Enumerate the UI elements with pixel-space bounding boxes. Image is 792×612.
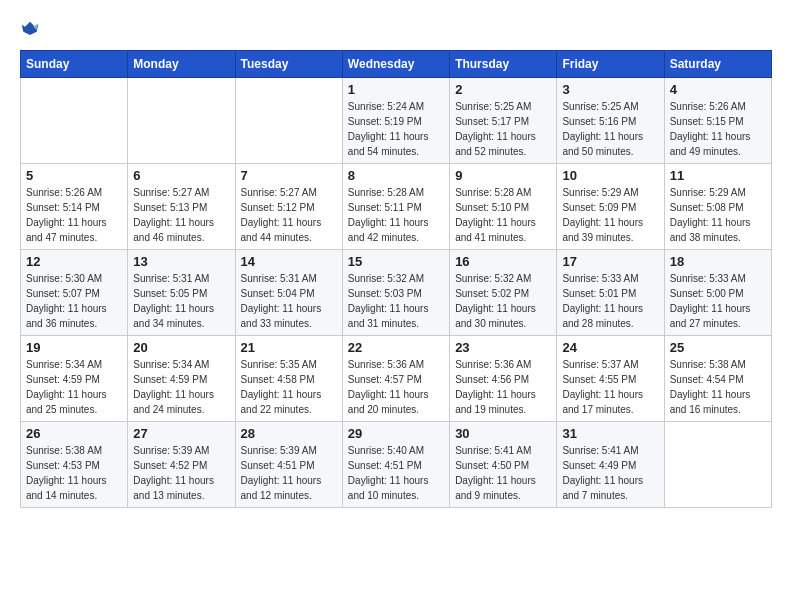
day-number: 26 (26, 426, 122, 441)
day-number: 8 (348, 168, 444, 183)
calendar-cell: 7Sunrise: 5:27 AM Sunset: 5:12 PM Daylig… (235, 164, 342, 250)
calendar-cell (21, 78, 128, 164)
day-number: 21 (241, 340, 337, 355)
day-number: 25 (670, 340, 766, 355)
day-info: Sunrise: 5:29 AM Sunset: 5:09 PM Dayligh… (562, 185, 658, 245)
day-number: 1 (348, 82, 444, 97)
calendar-cell: 31Sunrise: 5:41 AM Sunset: 4:49 PM Dayli… (557, 422, 664, 508)
day-info: Sunrise: 5:25 AM Sunset: 5:17 PM Dayligh… (455, 99, 551, 159)
day-number: 10 (562, 168, 658, 183)
weekday-header-tuesday: Tuesday (235, 51, 342, 78)
calendar-cell: 5Sunrise: 5:26 AM Sunset: 5:14 PM Daylig… (21, 164, 128, 250)
day-number: 6 (133, 168, 229, 183)
day-number: 30 (455, 426, 551, 441)
day-number: 31 (562, 426, 658, 441)
day-number: 7 (241, 168, 337, 183)
day-number: 22 (348, 340, 444, 355)
calendar-cell: 20Sunrise: 5:34 AM Sunset: 4:59 PM Dayli… (128, 336, 235, 422)
day-info: Sunrise: 5:32 AM Sunset: 5:02 PM Dayligh… (455, 271, 551, 331)
calendar-header: SundayMondayTuesdayWednesdayThursdayFrid… (21, 51, 772, 78)
calendar-cell: 18Sunrise: 5:33 AM Sunset: 5:00 PM Dayli… (664, 250, 771, 336)
day-info: Sunrise: 5:34 AM Sunset: 4:59 PM Dayligh… (26, 357, 122, 417)
day-info: Sunrise: 5:39 AM Sunset: 4:52 PM Dayligh… (133, 443, 229, 503)
day-info: Sunrise: 5:33 AM Sunset: 5:00 PM Dayligh… (670, 271, 766, 331)
day-info: Sunrise: 5:31 AM Sunset: 5:05 PM Dayligh… (133, 271, 229, 331)
day-number: 24 (562, 340, 658, 355)
logo (20, 20, 44, 40)
calendar-cell: 15Sunrise: 5:32 AM Sunset: 5:03 PM Dayli… (342, 250, 449, 336)
day-number: 5 (26, 168, 122, 183)
calendar-cell: 23Sunrise: 5:36 AM Sunset: 4:56 PM Dayli… (450, 336, 557, 422)
calendar-cell: 22Sunrise: 5:36 AM Sunset: 4:57 PM Dayli… (342, 336, 449, 422)
day-number: 16 (455, 254, 551, 269)
calendar-week-2: 5Sunrise: 5:26 AM Sunset: 5:14 PM Daylig… (21, 164, 772, 250)
calendar-cell: 3Sunrise: 5:25 AM Sunset: 5:16 PM Daylig… (557, 78, 664, 164)
calendar-cell: 14Sunrise: 5:31 AM Sunset: 5:04 PM Dayli… (235, 250, 342, 336)
calendar-cell: 28Sunrise: 5:39 AM Sunset: 4:51 PM Dayli… (235, 422, 342, 508)
calendar-week-4: 19Sunrise: 5:34 AM Sunset: 4:59 PM Dayli… (21, 336, 772, 422)
day-number: 20 (133, 340, 229, 355)
calendar-cell: 4Sunrise: 5:26 AM Sunset: 5:15 PM Daylig… (664, 78, 771, 164)
calendar-cell: 27Sunrise: 5:39 AM Sunset: 4:52 PM Dayli… (128, 422, 235, 508)
day-number: 11 (670, 168, 766, 183)
calendar-cell (128, 78, 235, 164)
page-header (20, 20, 772, 40)
calendar-cell: 21Sunrise: 5:35 AM Sunset: 4:58 PM Dayli… (235, 336, 342, 422)
calendar-week-3: 12Sunrise: 5:30 AM Sunset: 5:07 PM Dayli… (21, 250, 772, 336)
day-info: Sunrise: 5:29 AM Sunset: 5:08 PM Dayligh… (670, 185, 766, 245)
weekday-header-saturday: Saturday (664, 51, 771, 78)
day-number: 18 (670, 254, 766, 269)
day-info: Sunrise: 5:40 AM Sunset: 4:51 PM Dayligh… (348, 443, 444, 503)
day-number: 29 (348, 426, 444, 441)
day-info: Sunrise: 5:38 AM Sunset: 4:54 PM Dayligh… (670, 357, 766, 417)
weekday-header-monday: Monday (128, 51, 235, 78)
day-info: Sunrise: 5:30 AM Sunset: 5:07 PM Dayligh… (26, 271, 122, 331)
day-info: Sunrise: 5:35 AM Sunset: 4:58 PM Dayligh… (241, 357, 337, 417)
day-info: Sunrise: 5:26 AM Sunset: 5:14 PM Dayligh… (26, 185, 122, 245)
day-info: Sunrise: 5:28 AM Sunset: 5:11 PM Dayligh… (348, 185, 444, 245)
day-number: 4 (670, 82, 766, 97)
day-info: Sunrise: 5:34 AM Sunset: 4:59 PM Dayligh… (133, 357, 229, 417)
day-info: Sunrise: 5:28 AM Sunset: 5:10 PM Dayligh… (455, 185, 551, 245)
day-number: 3 (562, 82, 658, 97)
day-info: Sunrise: 5:33 AM Sunset: 5:01 PM Dayligh… (562, 271, 658, 331)
day-number: 9 (455, 168, 551, 183)
day-info: Sunrise: 5:32 AM Sunset: 5:03 PM Dayligh… (348, 271, 444, 331)
day-info: Sunrise: 5:27 AM Sunset: 5:12 PM Dayligh… (241, 185, 337, 245)
day-info: Sunrise: 5:39 AM Sunset: 4:51 PM Dayligh… (241, 443, 337, 503)
calendar-cell: 9Sunrise: 5:28 AM Sunset: 5:10 PM Daylig… (450, 164, 557, 250)
day-info: Sunrise: 5:36 AM Sunset: 4:56 PM Dayligh… (455, 357, 551, 417)
calendar-cell: 16Sunrise: 5:32 AM Sunset: 5:02 PM Dayli… (450, 250, 557, 336)
calendar-cell: 10Sunrise: 5:29 AM Sunset: 5:09 PM Dayli… (557, 164, 664, 250)
day-number: 27 (133, 426, 229, 441)
calendar-week-5: 26Sunrise: 5:38 AM Sunset: 4:53 PM Dayli… (21, 422, 772, 508)
day-info: Sunrise: 5:36 AM Sunset: 4:57 PM Dayligh… (348, 357, 444, 417)
day-info: Sunrise: 5:25 AM Sunset: 5:16 PM Dayligh… (562, 99, 658, 159)
calendar-cell: 6Sunrise: 5:27 AM Sunset: 5:13 PM Daylig… (128, 164, 235, 250)
day-info: Sunrise: 5:31 AM Sunset: 5:04 PM Dayligh… (241, 271, 337, 331)
calendar-cell: 19Sunrise: 5:34 AM Sunset: 4:59 PM Dayli… (21, 336, 128, 422)
calendar-cell: 30Sunrise: 5:41 AM Sunset: 4:50 PM Dayli… (450, 422, 557, 508)
weekday-header-wednesday: Wednesday (342, 51, 449, 78)
day-number: 13 (133, 254, 229, 269)
day-info: Sunrise: 5:27 AM Sunset: 5:13 PM Dayligh… (133, 185, 229, 245)
calendar-cell: 26Sunrise: 5:38 AM Sunset: 4:53 PM Dayli… (21, 422, 128, 508)
calendar-week-1: 1Sunrise: 5:24 AM Sunset: 5:19 PM Daylig… (21, 78, 772, 164)
calendar-cell: 13Sunrise: 5:31 AM Sunset: 5:05 PM Dayli… (128, 250, 235, 336)
weekday-header-thursday: Thursday (450, 51, 557, 78)
calendar-cell (664, 422, 771, 508)
day-number: 28 (241, 426, 337, 441)
calendar-cell: 24Sunrise: 5:37 AM Sunset: 4:55 PM Dayli… (557, 336, 664, 422)
weekday-header-sunday: Sunday (21, 51, 128, 78)
day-info: Sunrise: 5:26 AM Sunset: 5:15 PM Dayligh… (670, 99, 766, 159)
calendar-table: SundayMondayTuesdayWednesdayThursdayFrid… (20, 50, 772, 508)
calendar-cell: 17Sunrise: 5:33 AM Sunset: 5:01 PM Dayli… (557, 250, 664, 336)
calendar-cell: 1Sunrise: 5:24 AM Sunset: 5:19 PM Daylig… (342, 78, 449, 164)
day-number: 23 (455, 340, 551, 355)
day-info: Sunrise: 5:24 AM Sunset: 5:19 PM Dayligh… (348, 99, 444, 159)
calendar-cell: 8Sunrise: 5:28 AM Sunset: 5:11 PM Daylig… (342, 164, 449, 250)
calendar-cell: 29Sunrise: 5:40 AM Sunset: 4:51 PM Dayli… (342, 422, 449, 508)
calendar-cell (235, 78, 342, 164)
day-number: 19 (26, 340, 122, 355)
day-number: 14 (241, 254, 337, 269)
